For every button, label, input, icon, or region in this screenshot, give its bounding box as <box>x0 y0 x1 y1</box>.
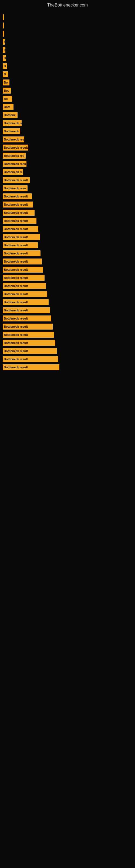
bar-row: B <box>3 63 132 69</box>
bar-label: Bottleneck result <box>4 203 28 206</box>
bar-row: Bottleneck result <box>3 210 132 216</box>
bar-row: Bo <box>3 96 132 102</box>
bar-item: Bottleneck result <box>3 145 28 151</box>
bar-label: Bottleneck result <box>4 301 28 304</box>
bar-label: B <box>4 56 6 60</box>
bar-label: Bottleneck result <box>4 317 28 320</box>
bar-row: Bottleneck result <box>3 332 132 338</box>
bar-label: Bottleneck result <box>4 276 28 279</box>
bar-row: Bottleneck result <box>3 299 132 305</box>
bar-row: Bottleneck result <box>3 226 132 232</box>
bar-item: Bo <box>3 80 9 86</box>
bar-item: Bottleneck result <box>3 283 46 289</box>
bar-item: Bottleneck result <box>3 291 47 297</box>
bar-item: Bottleneck result <box>3 348 57 354</box>
bar-item: Bottleneck result <box>3 356 58 362</box>
bar-label: Bottleneck result <box>4 284 28 287</box>
bar-label: Bottleneck result <box>4 309 28 312</box>
bar-label: B <box>4 48 5 52</box>
bar-label: Bottleneck result <box>4 349 28 352</box>
bar-label: Bottleneck result <box>4 179 28 182</box>
bar-row: Bottleneck result <box>3 218 132 224</box>
bar-item: Bottleneck result <box>3 177 30 183</box>
bar-item: Bottleneck res <box>3 153 26 159</box>
bar-item: Bottleneck result <box>3 307 50 313</box>
bar-label: Bottleneck res <box>4 154 24 157</box>
bar-row: Bottleneck result <box>3 202 132 208</box>
site-title: TheBottlenecker.com <box>0 0 135 9</box>
bar-item: Bot <box>3 88 11 94</box>
bars-container: BBBBBBoBotBoBottBottleneBottleneck reBot… <box>0 9 135 375</box>
bar-row: Bottleneck result <box>3 145 132 151</box>
bar-row <box>3 31 132 37</box>
bar-row: B <box>3 71 132 77</box>
bar-row: Bottleneck result <box>3 177 132 183</box>
bar-label: Bottleneck result <box>4 341 28 344</box>
bar-label: Bottleneck resu <box>4 187 26 190</box>
bar-item: Bottleneck result <box>3 364 59 370</box>
bar-label: Bottleneck result <box>4 260 28 263</box>
bar-item: B <box>3 39 5 45</box>
bar-label: Bottleneck result <box>4 252 28 255</box>
bar-row: Bottleneck result <box>3 267 132 273</box>
bar-row: Bo <box>3 80 132 86</box>
bar-item: Bottleneck result <box>3 275 45 281</box>
bar-label: Bottleneck <box>4 130 19 133</box>
bar-label: B <box>4 65 6 68</box>
bar-row: Bott <box>3 104 132 110</box>
bar-row: Bot <box>3 88 132 94</box>
bar-item: Bottleneck result <box>3 234 40 240</box>
bar-label: B <box>4 40 5 43</box>
bar-label: Bottleneck resu <box>4 162 26 165</box>
bar-label: Bot <box>4 89 9 92</box>
bar-item <box>3 23 4 29</box>
bar-row: Bottleneck result <box>3 315 132 321</box>
bar-item: Bottleneck result <box>3 315 51 321</box>
bar-row: Bottlene <box>3 112 132 118</box>
bar-row: Bottleneck result <box>3 275 132 281</box>
bar-label: Bottleneck result <box>4 211 28 214</box>
site-title-container: TheBottlenecker.com <box>0 0 135 9</box>
bar-item: Bottleneck re <box>3 169 23 175</box>
bar-row: Bottleneck resu <box>3 185 132 191</box>
bar-row: Bottleneck <box>3 128 132 134</box>
bar-label: Bottleneck result <box>4 146 28 149</box>
bar-item: Bottleneck result <box>3 202 33 208</box>
bar-row: Bottleneck res <box>3 136 132 143</box>
bar-row: Bottleneck result <box>3 348 132 354</box>
bar-row: Bottleneck result <box>3 283 132 289</box>
bar-item: Bottleneck result <box>3 242 38 248</box>
bar-label: B <box>4 73 6 76</box>
bar-item: Bo <box>3 96 12 102</box>
bar-item: B <box>3 55 6 61</box>
bar-item: Bottleneck result <box>3 218 37 224</box>
bar-label: Bottleneck result <box>4 292 28 296</box>
bar-item: Bottleneck result <box>3 332 54 338</box>
bar-label: Bottleneck res <box>4 138 24 141</box>
bar-item: B <box>3 63 7 69</box>
bar-row: B <box>3 47 132 53</box>
bar-item: Bottleneck <box>3 128 20 134</box>
bar-item: Bottleneck result <box>3 210 35 216</box>
bar-label: Bottleneck result <box>4 358 28 361</box>
bar-item: Bottleneck result <box>3 267 43 273</box>
bar-label: Bo <box>4 97 8 100</box>
bar-label: Bottleneck re <box>4 122 21 125</box>
bar-row: Bottleneck res <box>3 153 132 159</box>
bar-item: Bottleneck result <box>3 323 53 330</box>
bar-label: Bottleneck result <box>4 236 28 239</box>
bar-item <box>3 31 4 37</box>
bar-item: Bottleneck result <box>3 250 41 256</box>
bar-row: Bottleneck result <box>3 242 132 248</box>
bar-row: Bottleneck result <box>3 234 132 240</box>
bar-row: Bottleneck result <box>3 323 132 330</box>
bar-label: Bottleneck result <box>4 366 28 369</box>
bar-label: Bottlene <box>4 113 16 117</box>
bar-item: Bottleneck re <box>3 120 21 126</box>
bar-row: Bottleneck result <box>3 250 132 256</box>
bar-label: Bottleneck re <box>4 170 23 174</box>
bar-label: Bottleneck result <box>4 219 28 222</box>
bar-item: Bottleneck result <box>3 299 49 305</box>
bar-item: Bott <box>3 104 13 110</box>
bar-row: Bottleneck result <box>3 291 132 297</box>
